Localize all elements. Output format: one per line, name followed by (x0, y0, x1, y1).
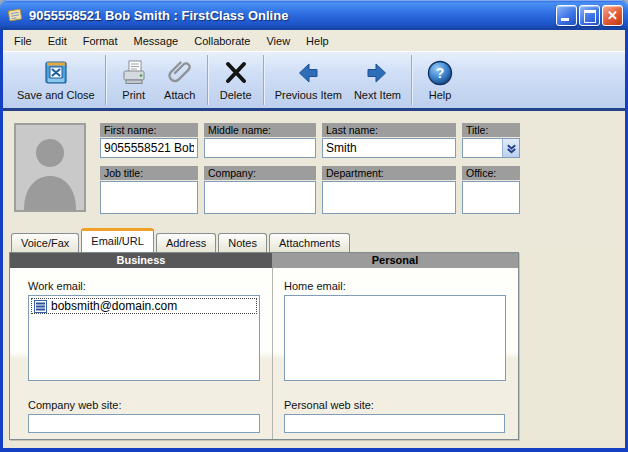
toolbar-button-label: Next Item (354, 89, 401, 101)
firstclass-contact-window: 9055558521 Bob Smith : FirstClass Online… (0, 0, 628, 452)
previous-item-icon (293, 58, 323, 88)
window-controls (556, 5, 623, 26)
business-section-header: Business (10, 253, 272, 268)
window-title: 9055558521 Bob Smith : FirstClass Online (29, 8, 556, 23)
previous-item-button[interactable]: Previous Item (269, 56, 348, 104)
toolbar-separator (263, 55, 265, 105)
minimize-button[interactable] (556, 5, 577, 26)
attach-icon (165, 58, 195, 88)
toolbar-button-label: Print (122, 89, 145, 101)
company-input[interactable] (204, 181, 316, 214)
attach-button[interactable]: Attach (157, 56, 203, 104)
section-header: Business Personal (10, 253, 518, 268)
menu-item-help[interactable]: Help (298, 32, 337, 50)
first-name-input[interactable] (100, 138, 198, 158)
first-name-label: First name: (100, 123, 198, 137)
menu-item-view[interactable]: View (258, 32, 298, 50)
toolbar-button-label: Previous Item (275, 89, 342, 101)
tab-voice-fax[interactable]: Voice/Fax (11, 233, 79, 252)
menu-item-message[interactable]: Message (126, 32, 187, 50)
next-item-button[interactable]: Next Item (348, 56, 407, 104)
help-button[interactable]: ? Help (417, 56, 463, 104)
window-bottom-strip (3, 440, 625, 448)
job-title-label: Job title: (100, 166, 198, 180)
last-name-input[interactable] (322, 138, 456, 158)
toolbar-separator (105, 55, 107, 105)
title-label: Title: (462, 123, 520, 137)
menu-item-format[interactable]: Format (75, 32, 126, 50)
title-select-value (463, 139, 502, 157)
tab-notes[interactable]: Notes (218, 233, 267, 252)
middle-name-input[interactable] (204, 138, 316, 158)
menubar: File Edit Format Message Collaborate Vie… (3, 30, 625, 52)
save-and-close-icon (41, 58, 71, 88)
contact-card-icon (6, 6, 24, 24)
chevron-down-icon[interactable] (502, 139, 519, 157)
email-url-panel: Business Personal Work email: bobsmith@d… (9, 252, 519, 440)
personal-web-site-input[interactable] (284, 414, 505, 433)
personal-section-header: Personal (272, 253, 518, 268)
last-name-label: Last name: (322, 123, 456, 137)
print-button[interactable]: Print (111, 56, 157, 104)
name-fields-grid: First name: Job title: Middle name: Comp… (100, 123, 520, 228)
delete-icon (221, 58, 251, 88)
tab-attachments[interactable]: Attachments (269, 233, 350, 252)
personal-web-site-label: Personal web site: (284, 399, 374, 411)
save-and-close-button[interactable]: Save and Close (11, 56, 101, 104)
middle-name-label: Middle name: (204, 123, 316, 137)
home-email-label: Home email: (284, 280, 346, 292)
print-icon (119, 58, 149, 88)
menu-item-edit[interactable]: Edit (40, 32, 75, 50)
work-email-list[interactable]: bobsmith@domain.com (28, 295, 260, 381)
office-input[interactable] (462, 181, 520, 214)
toolbar-button-label: Save and Close (17, 89, 95, 101)
toolbar-button-label: Help (429, 89, 452, 101)
svg-text:?: ? (436, 65, 445, 81)
office-label: Office: (462, 166, 520, 180)
tab-address[interactable]: Address (156, 233, 216, 252)
toolbar-button-label: Delete (220, 89, 252, 101)
work-email-entry[interactable]: bobsmith@domain.com (31, 298, 257, 314)
next-item-icon (362, 58, 392, 88)
menu-item-collaborate[interactable]: Collaborate (186, 32, 258, 50)
toolbar-separator (207, 55, 209, 105)
email-address-icon (34, 300, 47, 313)
company-web-site-input[interactable] (28, 414, 260, 433)
toolbar-separator (411, 55, 413, 105)
job-title-input[interactable] (100, 181, 198, 214)
delete-button[interactable]: Delete (213, 56, 259, 104)
toolbar-button-label: Attach (164, 89, 195, 101)
department-input[interactable] (322, 181, 456, 214)
close-button[interactable] (602, 5, 623, 26)
tab-email-url[interactable]: Email/URL (81, 228, 154, 252)
tab-bar: Voice/Fax Email/URL Address Notes Attach… (3, 228, 625, 252)
department-label: Department: (322, 166, 456, 180)
work-email-text: bobsmith@domain.com (51, 299, 177, 313)
home-email-list[interactable] (284, 295, 506, 381)
contact-photo[interactable] (14, 123, 86, 212)
menu-item-file[interactable]: File (6, 32, 40, 50)
person-silhouette-icon (16, 125, 84, 210)
title-select[interactable] (462, 138, 520, 158)
company-label: Company: (204, 166, 316, 180)
help-icon: ? (425, 58, 455, 88)
contact-header-form: First name: Job title: Middle name: Comp… (3, 111, 625, 228)
company-web-site-label: Company web site: (28, 399, 122, 411)
titlebar[interactable]: 9055558521 Bob Smith : FirstClass Online (0, 0, 628, 30)
work-email-label: Work email: (28, 280, 86, 292)
toolbar: Save and Close Print (3, 52, 625, 111)
column-divider (272, 268, 273, 439)
maximize-button[interactable] (579, 5, 600, 26)
